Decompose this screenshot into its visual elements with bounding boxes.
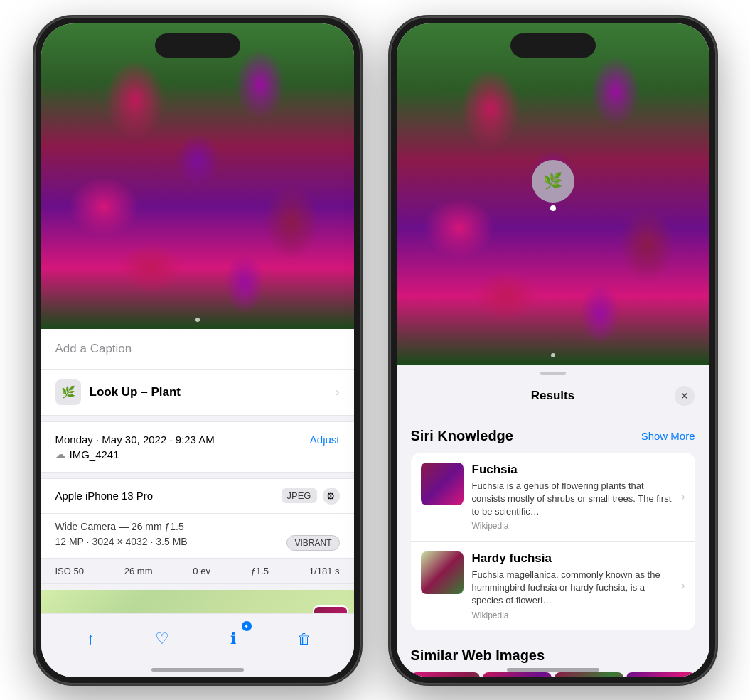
shutter-setting: 1/181 s <box>309 566 340 576</box>
hardy-content: Hardy fuchsia Fuchsia magellanica, commo… <box>472 551 673 620</box>
favorite-button[interactable] <box>146 623 178 654</box>
show-more-button[interactable]: Show More <box>641 430 695 442</box>
similar-image-3[interactable] <box>555 672 623 677</box>
filename: IMG_4241 <box>70 448 119 461</box>
similar-title: Similar Web Images <box>411 647 545 664</box>
lookup-chevron: › <box>336 386 339 399</box>
lookup-bold: Look Up – <box>90 385 151 399</box>
leaf-icon: 🌿 <box>55 379 81 405</box>
photo-view[interactable] <box>41 23 354 329</box>
knowledge-item-fuchsia[interactable]: Fuchsia Fuchsia is a genus of flowering … <box>411 453 695 542</box>
camera-settings-row: ISO 50 26 mm 0 ev ƒ1.5 1/181 s <box>41 559 354 583</box>
vi-dot <box>550 205 556 211</box>
caption-placeholder[interactable]: Add a Caption <box>55 342 132 355</box>
dynamic-island-r <box>510 33 596 58</box>
hardy-chevron: › <box>681 579 685 592</box>
similar-header: Similar Web Images <box>411 647 695 664</box>
focal-setting: 26 mm <box>124 566 153 576</box>
fuchsia-source: Wikipedia <box>472 521 673 531</box>
camera-section: Apple iPhone 13 Pro JPEG ⚙ Wide Camera —… <box>41 478 354 584</box>
date-text: Monday · May 30, 2022 · 9:23 AM <box>55 434 215 446</box>
similar-image-4[interactable] <box>626 672 695 677</box>
panel-handle[interactable] <box>540 372 566 375</box>
fuchsia-content: Fuchsia Fuchsia is a genus of flowering … <box>472 463 673 532</box>
similar-image-1[interactable] <box>411 672 480 677</box>
home-indicator-r <box>507 668 599 672</box>
leaf-icon-glyph: 🌿 <box>61 385 75 399</box>
vi-bubble: 🌿 <box>532 160 574 203</box>
similar-images-row <box>411 672 695 677</box>
specs-text: 12 MP · 3024 × 4032 · 3.5 MB <box>55 536 188 547</box>
camera-detail: Wide Camera — 26 mm ƒ1.5 12 MP · 3024 × … <box>41 514 354 559</box>
trash-icon <box>297 628 311 648</box>
fuchsia-chevron: › <box>681 490 685 503</box>
hardy-description: Fuchsia magellanica, commonly known as t… <box>472 569 673 608</box>
vibrant-badge: VIBRANT <box>286 535 339 551</box>
info-button[interactable] <box>218 623 249 654</box>
cloud-icon: ☁ <box>55 448 65 460</box>
siri-section-header: Siri Knowledge Show More <box>411 428 695 444</box>
results-panel: Results ✕ Siri Knowledge Show More <box>397 365 709 677</box>
specs-row: 12 MP · 3024 × 4032 · 3.5 MB VIBRANT <box>55 535 340 551</box>
adjust-button[interactable]: Adjust <box>310 434 340 446</box>
fuchsia-description: Fuchsia is a genus of flowering plants t… <box>472 480 673 519</box>
lookup-normal: Plant <box>151 385 181 399</box>
info-badge <box>242 621 252 631</box>
visual-intelligence-overlay: 🌿 <box>532 160 574 203</box>
format-badge: JPEG <box>282 488 317 503</box>
camera-model: Apple iPhone 13 Pro <box>55 490 154 502</box>
siri-knowledge-section: Siri Knowledge Show More Fuchsia Fuchsia… <box>397 416 709 636</box>
right-phone: 🌿 Results ✕ Siri Knowledge <box>390 16 717 684</box>
date-row: Monday · May 30, 2022 · 9:23 AM Adjust <box>55 434 340 446</box>
page-indicator-right <box>551 353 555 357</box>
caption-area[interactable]: Add a Caption <box>41 329 354 370</box>
page-indicator <box>195 318 200 322</box>
lookup-label: Look Up – Plant <box>90 385 181 399</box>
hardy-source: Wikipedia <box>472 610 673 620</box>
lookup-section[interactable]: 🌿 Look Up – Plant › <box>41 370 354 416</box>
fuchsia-thumbnail <box>421 463 464 505</box>
share-icon <box>87 628 95 648</box>
knowledge-card: Fuchsia Fuchsia is a genus of flowering … <box>411 453 695 630</box>
fuchsia-name: Fuchsia <box>472 463 673 477</box>
camera-header: Apple iPhone 13 Pro JPEG ⚙ <box>41 479 354 514</box>
ev-setting: 0 ev <box>193 566 210 576</box>
similar-image-2[interactable] <box>483 672 552 677</box>
gear-icon[interactable]: ⚙ <box>323 488 340 505</box>
results-header: Results ✕ <box>397 379 709 416</box>
flower-photo <box>41 23 354 329</box>
camera-badges: JPEG ⚙ <box>282 488 340 505</box>
leaf-vi-icon: 🌿 <box>543 172 562 190</box>
home-indicator <box>151 668 244 672</box>
left-phone: Add a Caption 🌿 Look Up – Plant › Monday… <box>34 16 361 684</box>
iso-setting: ISO 50 <box>55 566 84 576</box>
filename-row: ☁ IMG_4241 <box>55 448 340 461</box>
share-button[interactable] <box>75 623 107 654</box>
close-icon: ✕ <box>680 390 689 402</box>
date-section: Monday · May 30, 2022 · 9:23 AM Adjust ☁… <box>41 421 354 473</box>
left-phone-screen: Add a Caption 🌿 Look Up – Plant › Monday… <box>41 23 354 677</box>
delete-button[interactable] <box>289 623 320 654</box>
close-button[interactable]: ✕ <box>675 386 695 406</box>
info-icon <box>230 628 236 648</box>
lens-text: Wide Camera — 26 mm ƒ1.5 <box>55 521 340 532</box>
dynamic-island <box>155 33 240 58</box>
heart-icon <box>155 628 169 648</box>
results-title: Results <box>531 389 574 403</box>
hardy-name: Hardy fuchsia <box>472 551 673 566</box>
hardy-thumbnail <box>421 551 464 594</box>
photo-view-right[interactable]: 🌿 <box>397 23 709 365</box>
right-phone-screen: 🌿 Results ✕ Siri Knowledge <box>397 23 709 677</box>
siri-knowledge-title: Siri Knowledge <box>411 428 513 444</box>
knowledge-item-hardy[interactable]: Hardy fuchsia Fuchsia magellanica, commo… <box>411 542 695 630</box>
aperture-setting: ƒ1.5 <box>251 566 269 576</box>
